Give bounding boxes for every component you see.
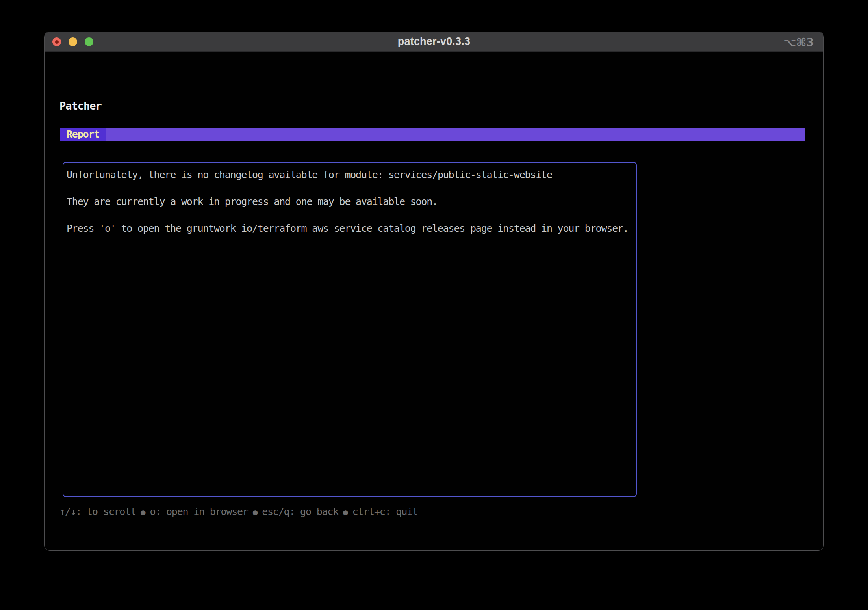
tab-bar: Report: [60, 128, 805, 141]
tab-shortcut-label: ⌥⌘3: [783, 36, 814, 49]
help-item-scroll: ↑/↓: to scroll: [59, 506, 136, 517]
unsaved-indicator-dot: [55, 40, 59, 44]
desktop-background: patcher-v0.3.3 ⌥⌘3 Patcher Report Unfort…: [0, 0, 868, 610]
blank-line: [67, 182, 633, 195]
report-line: Unfortunately, there is no changelog ava…: [67, 168, 633, 182]
help-separator-dot: ●: [253, 508, 257, 517]
page-title: Patcher: [59, 100, 102, 112]
terminal-window: patcher-v0.3.3 ⌥⌘3 Patcher Report Unfort…: [44, 32, 824, 551]
terminal-content: Patcher Report Unfortunately, there is n…: [45, 52, 823, 550]
help-item-open: o: open in browser: [150, 506, 248, 517]
report-line: They are currently a work in progress an…: [67, 195, 633, 208]
tab-report[interactable]: Report: [60, 128, 106, 141]
window-title: patcher-v0.3.3: [398, 35, 470, 48]
changelog-report-panel[interactable]: Unfortunately, there is no changelog ava…: [63, 162, 637, 497]
minimize-button[interactable]: [69, 37, 77, 46]
help-item-back: esc/q: go back: [262, 506, 338, 517]
report-line: Press 'o' to open the gruntwork-io/terra…: [67, 222, 633, 235]
traffic-light-buttons: [52, 37, 93, 46]
zoom-button[interactable]: [85, 37, 93, 46]
close-button[interactable]: [52, 37, 61, 46]
help-bar: ↑/↓: to scroll●o: open in browser●esc/q:…: [59, 505, 418, 519]
help-item-quit: ctrl+c: quit: [352, 506, 418, 517]
help-separator-dot: ●: [343, 508, 347, 517]
help-separator-dot: ●: [141, 508, 145, 517]
window-titlebar[interactable]: patcher-v0.3.3 ⌥⌘3: [45, 32, 823, 52]
blank-line: [67, 208, 633, 222]
